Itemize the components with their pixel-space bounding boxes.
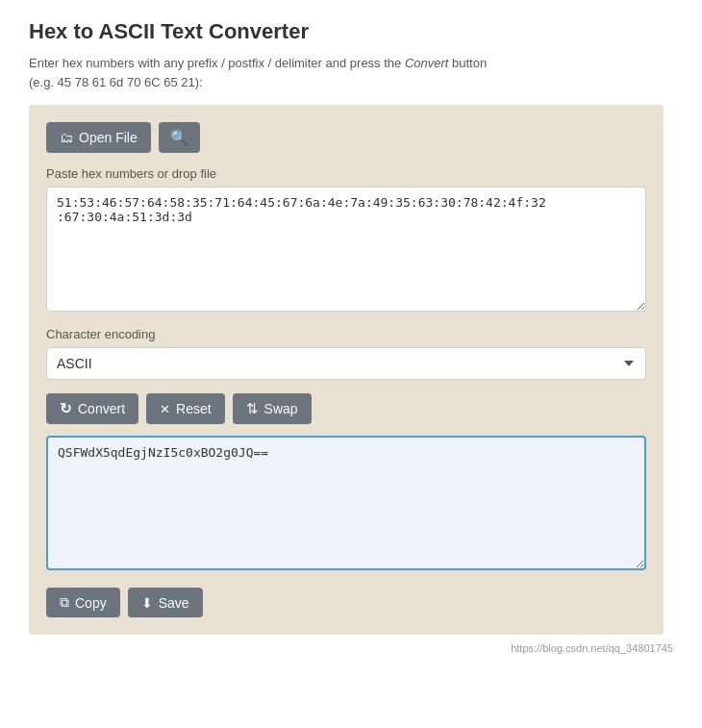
save-button[interactable]: Save <box>128 588 203 617</box>
reset-label: Reset <box>176 401 212 416</box>
open-file-label: Open File <box>79 130 138 145</box>
copy-label: Copy <box>75 595 107 611</box>
description-text-1: Enter hex numbers with any prefix / post… <box>29 56 405 70</box>
search-button[interactable]: 🔍 <box>159 122 200 153</box>
swap-icon <box>246 400 259 417</box>
top-button-group: Open File 🔍 <box>46 122 646 153</box>
copy-icon <box>60 594 69 611</box>
encoding-select[interactable]: ASCII UTF-8 UTF-16 ISO-8859-1 Windows-12… <box>46 347 646 380</box>
open-file-button[interactable]: Open File <box>46 122 151 153</box>
convert-icon <box>60 400 72 417</box>
swap-label: Swap <box>264 401 298 416</box>
footer-link: https://blog.csdn.net/qq_34801745 <box>29 642 673 654</box>
description-example: (e.g. 45 78 61 6d 70 6C 65 21): <box>29 75 203 89</box>
save-icon <box>141 595 153 611</box>
description-italic: Convert <box>405 56 449 70</box>
hex-input[interactable]: 51:53:46:57:64:58:35:71:64:45:67:6a:4e:7… <box>46 187 646 312</box>
hex-input-label: Paste hex numbers or drop file <box>46 166 646 181</box>
action-button-group: Convert Reset Swap <box>46 393 646 424</box>
reset-icon <box>160 401 170 416</box>
bottom-button-group: Copy Save <box>46 588 646 617</box>
save-label: Save <box>159 595 189 611</box>
page-description: Enter hex numbers with any prefix / post… <box>29 54 673 91</box>
search-icon: 🔍 <box>170 129 188 146</box>
swap-button[interactable]: Swap <box>233 393 312 424</box>
convert-button[interactable]: Convert <box>46 393 138 424</box>
folder-icon <box>60 130 73 145</box>
page-title: Hex to ASCII Text Converter <box>29 19 673 44</box>
copy-button[interactable]: Copy <box>46 588 120 617</box>
convert-label: Convert <box>78 401 125 416</box>
description-text-2: button <box>448 56 487 70</box>
encoding-label: Character encoding <box>46 327 646 341</box>
reset-button[interactable]: Reset <box>146 393 225 424</box>
output-textarea[interactable]: QSFWdX5qdEgjNzI5c0xBO2g0JQ== <box>46 436 646 570</box>
main-panel: Open File 🔍 Paste hex numbers or drop fi… <box>29 105 664 635</box>
